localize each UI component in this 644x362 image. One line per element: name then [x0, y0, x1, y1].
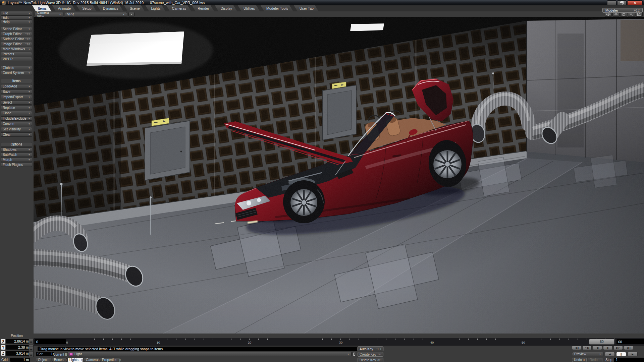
tab-items[interactable]: Items	[32, 5, 52, 11]
item-tab-properties[interactable]: Propertiesp	[100, 358, 120, 362]
undo-button[interactable]: Undou	[572, 358, 587, 362]
item-tab-cameras[interactable]: Cameras+C	[84, 358, 99, 362]
chevron-down-icon: ▼	[28, 91, 30, 93]
tab-dynamics[interactable]: Dynamics	[97, 5, 123, 11]
viewport-options-dropdown[interactable]: ▼	[128, 12, 135, 16]
item-lock-button[interactable]	[353, 352, 356, 356]
auto-key-button[interactable]: Auto Key+F1	[358, 347, 383, 351]
presets-button[interactable]: Presets	[1, 52, 32, 56]
redo-button[interactable]: Redo	[588, 358, 603, 362]
close-button[interactable]: ×	[627, 0, 643, 5]
menu-help[interactable]: Help▼	[1, 20, 32, 24]
selection-spinner[interactable]: ◀▶	[29, 352, 34, 357]
replace-button[interactable]: Replace▼	[1, 106, 32, 110]
axis-z-value[interactable]: 3.914 m	[6, 351, 30, 356]
next-key-button[interactable]: ▶▶+	[613, 346, 623, 350]
clear-button[interactable]: Clear▼	[1, 132, 32, 137]
pause-button[interactable]: ||	[616, 352, 626, 356]
chevron-down-icon: ▼	[28, 48, 30, 50]
play-forward-button[interactable]: ▶	[628, 352, 638, 356]
tab-utilities[interactable]: Utilities	[238, 5, 260, 11]
restore-button[interactable]	[617, 0, 627, 5]
axis-x-label[interactable]: X	[1, 339, 5, 344]
title-bar[interactable]: Layout™ NewTek LightWave 3D ® HC Rev 201…	[0, 0, 644, 5]
viewport-3d[interactable]	[34, 17, 644, 334]
clone-button[interactable]: Clone▼	[1, 111, 32, 115]
tab-lights[interactable]: Lights	[146, 5, 166, 11]
chevron-down-icon: ▼	[28, 85, 30, 87]
subpatch-button[interactable]: SubPatch▼	[1, 153, 32, 157]
axis-x-value[interactable]: 2.8614 m	[6, 339, 30, 344]
axis-y-label[interactable]: Y	[1, 345, 5, 350]
globals-button[interactable]: Globals▼	[1, 66, 32, 70]
menu-file[interactable]: File▼	[1, 11, 32, 15]
preview-dropdown[interactable]: Preview▼	[572, 352, 603, 356]
current-frame-field[interactable]: 0	[35, 339, 66, 344]
current-item-dropdown[interactable]: Light ▼	[67, 352, 352, 356]
step-field[interactable]: 1	[614, 358, 644, 362]
tab-setup[interactable]: Setup	[76, 5, 96, 11]
tab-modeler-tools[interactable]: Modeler Tools	[261, 5, 293, 11]
close-icon: ×	[634, 1, 636, 5]
timeline: 0 0 10 20 30 40 50 60 60	[34, 338, 644, 346]
spinner-icon: ◀▶	[30, 348, 33, 351]
render-grain	[34, 17, 644, 334]
item-tab-lights[interactable]: Lights+L	[67, 358, 83, 362]
menu-edit[interactable]: Edit▼	[1, 15, 32, 20]
tab-scene[interactable]: Scene	[124, 5, 145, 11]
select-button[interactable]: Select▼	[1, 100, 32, 105]
item-tab-objects[interactable]: Objects+O	[36, 358, 51, 362]
spinner-icon: ◀▶	[30, 341, 33, 343]
chevron-down-icon: ▼	[596, 353, 601, 355]
axis-y-value[interactable]: 2.38 m	[6, 345, 30, 350]
step-forward-button[interactable]: ||▶	[603, 346, 612, 350]
include-exclude-button[interactable]: Include/Exclude▼	[1, 116, 32, 121]
shadows-button[interactable]: Shadows▼	[1, 147, 32, 152]
lightwave-layout-window: Layout™ NewTek LightWave 3D ® HC Rev 201…	[0, 0, 644, 362]
minimize-icon: –	[611, 1, 612, 4]
set-visibility-button[interactable]: Set Visibility▼	[1, 127, 32, 131]
coord-system-button[interactable]: Coord System▼	[1, 71, 32, 75]
delete-key-button[interactable]: Delete Keydel	[358, 358, 383, 362]
save-button[interactable]: Save▼	[1, 89, 32, 94]
import-export-button[interactable]: Import/Export▼	[1, 95, 32, 99]
render-mode-dropdown[interactable]: VPR▼	[65, 12, 127, 16]
viper-button[interactable]: VIPER	[1, 57, 32, 61]
convert-button[interactable]: Convert▼	[1, 122, 32, 126]
step-label: Step	[605, 358, 612, 362]
more-windows-button[interactable]: More Windows▼	[1, 47, 32, 51]
previous-key-button[interactable]: +◀◀	[582, 346, 592, 350]
timeline-slider-handle[interactable]: 60	[589, 339, 614, 345]
tab-cameras[interactable]: Cameras	[166, 5, 192, 11]
surface-editor-button[interactable]: Surface Editor^F3	[1, 37, 32, 41]
end-frame-field[interactable]: 60	[616, 339, 644, 344]
scene-editor-button[interactable]: Scene Editor▼	[1, 27, 32, 31]
grid-value[interactable]: 1 m	[10, 358, 30, 362]
morph-button[interactable]: Morph▼	[1, 158, 32, 162]
play-backward-button[interactable]: ◀	[605, 352, 615, 356]
timeline-ruler[interactable]: 0 10 20 30 40 50 60	[64, 338, 615, 346]
go-to-start-button[interactable]: |◀◀	[572, 346, 581, 350]
window-title: Layout™ NewTek LightWave 3D ® HC Rev 201…	[8, 1, 205, 5]
status-spinner[interactable]: ◀▶	[29, 347, 34, 352]
selection-count-field[interactable]: Sel:1	[36, 352, 54, 356]
bottom-bar: Position X 2.8614 m ◀▶ Y 2.38 m ◀▶ Z 3.9…	[0, 334, 644, 362]
create-key-button[interactable]: Create Keyret	[358, 352, 383, 357]
image-editor-button[interactable]: Image Editor^F4	[1, 42, 32, 46]
minimize-button[interactable]: –	[607, 0, 616, 5]
graph-editor-button[interactable]: Graph Editor^F2	[1, 32, 32, 36]
flush-plugins-button[interactable]: Flush Plugins	[1, 163, 32, 167]
axis-z-label[interactable]: Z	[1, 351, 5, 356]
tab-user-tab[interactable]: User Tab	[294, 5, 319, 11]
load-add-button[interactable]: Load/Add▼	[1, 84, 32, 88]
view-mode-dropdown[interactable]: Camera View▼	[35, 12, 63, 16]
tab-render[interactable]: Render	[192, 5, 214, 11]
item-tab-bones[interactable]: Bones+B	[52, 358, 67, 362]
step-back-button[interactable]: ◀||	[593, 346, 602, 350]
tick-label: 30	[339, 341, 343, 344]
chevron-down-icon: ▼	[28, 149, 30, 151]
go-to-end-button[interactable]: ▶▶|	[624, 346, 633, 350]
modeler-button[interactable]: ModelerF12	[602, 8, 643, 13]
axis-x-spinner[interactable]: ◀▶	[29, 339, 34, 344]
tab-display[interactable]: Display	[215, 5, 237, 11]
